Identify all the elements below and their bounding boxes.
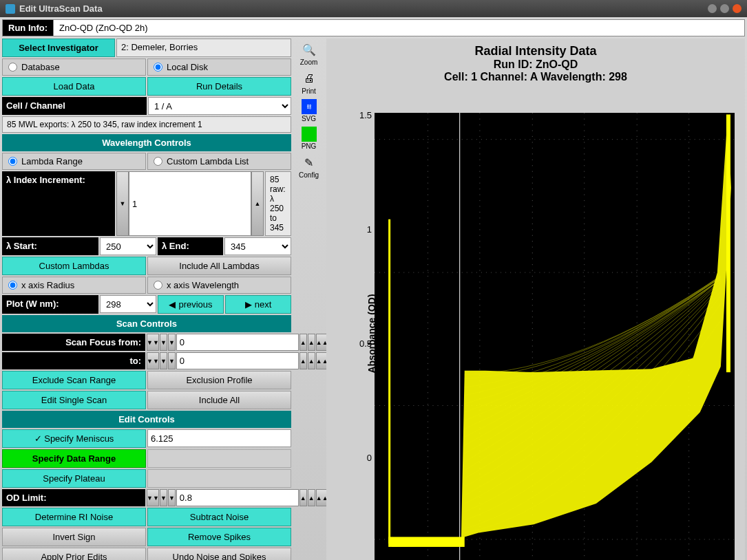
config-tool[interactable]: ✎Config <box>295 153 323 180</box>
zoom-icon: 🔍 <box>301 41 317 58</box>
scan-to-bigdown[interactable]: ▼▼ <box>147 352 159 369</box>
arrow-left-icon: ◀ <box>169 299 176 310</box>
scan-from-down[interactable]: ▼ <box>168 334 176 351</box>
localdisk-radio[interactable]: Local Disk <box>147 58 291 76</box>
ytick: 0 <box>355 453 372 463</box>
png-label: PNG <box>302 142 317 150</box>
lambda-start-select[interactable]: 250 <box>100 237 156 255</box>
lambda-end-label: λ End: <box>158 237 223 255</box>
meniscus-input[interactable] <box>147 429 291 447</box>
plot-area: Radial Intensity Data Run ID: ZnO-QD Cel… <box>326 39 745 560</box>
runinfo-value: ZnO-QD (ZnO-QD 2h) <box>54 19 745 36</box>
lambda-index-input[interactable] <box>129 171 251 236</box>
include-all-lambdas-button[interactable]: Include All Lambdas <box>147 257 291 275</box>
svg-rect-11 <box>388 537 465 547</box>
scan-to-input[interactable] <box>176 352 299 369</box>
print-icon: 🖨 <box>301 70 317 87</box>
database-radio[interactable]: Database <box>2 58 146 76</box>
determine-ri-noise-button[interactable]: Determine RI Noise <box>2 508 146 526</box>
svg-label: SVG <box>302 115 316 122</box>
xaxis-radius-radio[interactable]: x axis Radius <box>2 277 146 294</box>
plot-subtitle-1: Run ID: ZnO-QD <box>326 58 745 71</box>
close-window-button[interactable] <box>733 4 741 13</box>
lambda-index-info: 85 raw: λ 250 to 345 <box>265 171 291 236</box>
cell-channel-label: Cell / Channel <box>2 97 147 115</box>
scan-to-down2[interactable]: ▼ <box>160 352 167 369</box>
lambda-range-radio[interactable]: Lambda Range <box>2 153 146 170</box>
od-bigdown[interactable]: ▼▼ <box>147 489 159 506</box>
custom-lambdas-button[interactable]: Custom Lambdas <box>2 257 146 275</box>
lambda-index-label: λ Index Increment: <box>2 171 115 236</box>
select-investigator-button[interactable]: Select Investigator <box>2 39 115 57</box>
exclude-scan-range-button[interactable]: Exclude Scan Range <box>2 371 146 389</box>
print-tool[interactable]: 🖨Print <box>295 69 323 96</box>
plot-toolbar: 🔍Zoom 🖨Print ⛓SVG PNG ✎Config <box>293 39 324 560</box>
scan-from-label: Scan Focus from: <box>2 334 145 351</box>
plateau-display <box>147 469 291 488</box>
scan-from-bigdown[interactable]: ▼▼ <box>147 334 159 351</box>
od-down[interactable]: ▼ <box>168 489 176 506</box>
config-label: Config <box>299 171 319 179</box>
xaxis-wavelength-label: x axis Wavelength <box>167 280 239 290</box>
minimize-button[interactable] <box>708 4 717 13</box>
config-icon: ✎ <box>301 154 317 171</box>
lambda-start-label: λ Start: <box>2 237 98 255</box>
scan-to-label: to: <box>2 352 145 369</box>
lambda-index-up[interactable]: ▲ <box>251 171 264 236</box>
edit-single-scan-button[interactable]: Edit Single Scan <box>2 391 146 409</box>
svg-icon: ⛓ <box>302 99 317 114</box>
specify-meniscus-button[interactable]: ✓ Specify Meniscus <box>2 429 146 448</box>
previous-label: previous <box>178 299 212 310</box>
ytick: 1 <box>355 224 372 235</box>
undo-noise-spikes-button[interactable]: Undo Noise and Spikes <box>147 548 291 560</box>
mwl-export-text: 85 MWL exports: λ 250 to 345, raw index … <box>2 116 291 133</box>
remove-spikes-button[interactable]: Remove Spikes <box>147 528 291 546</box>
svg-tool[interactable]: ⛓SVG <box>295 98 323 124</box>
plot-subtitle-2: Cell: 1 Channel: A Wavelength: 298 <box>326 71 745 83</box>
next-button[interactable]: ▶next <box>225 295 291 314</box>
localdisk-radio-label: Local Disk <box>167 62 208 72</box>
edit-controls-header: Edit Controls <box>2 411 291 428</box>
scan-controls-header: Scan Controls <box>2 315 291 332</box>
lambda-index-down[interactable]: ▼ <box>116 171 129 236</box>
run-details-button[interactable]: Run Details <box>147 77 291 96</box>
zoom-tool[interactable]: 🔍Zoom <box>295 40 323 67</box>
print-label: Print <box>302 87 316 95</box>
xaxis-wavelength-radio[interactable]: x axis Wavelength <box>147 277 291 294</box>
png-tool[interactable]: PNG <box>295 125 323 151</box>
apply-prior-edits-button[interactable]: Apply Prior Edits <box>2 548 146 560</box>
include-all-button[interactable]: Include All <box>147 391 291 409</box>
titlebar: Edit UltraScan Data <box>0 0 747 17</box>
maximize-button[interactable] <box>720 4 729 13</box>
app-icon <box>6 4 15 14</box>
plot-title: Radial Intensity Data <box>326 39 745 58</box>
plot-wnm-label: Plot (W nm): <box>2 295 98 314</box>
cell-channel-select[interactable]: 1 / A <box>148 97 291 115</box>
lambda-range-label: Lambda Range <box>21 156 83 166</box>
scan-from-input[interactable] <box>176 334 299 351</box>
plot-wnm-select[interactable]: 298 <box>100 295 156 313</box>
scan-from-down2[interactable]: ▼ <box>160 334 167 351</box>
arrow-right-icon: ▶ <box>245 299 252 310</box>
chart-canvas[interactable] <box>375 113 735 560</box>
png-icon <box>302 127 317 142</box>
od-limit-input[interactable] <box>176 489 299 506</box>
od-down2[interactable]: ▼ <box>160 489 167 506</box>
specify-plateau-button[interactable]: Specify Plateau <box>2 469 146 488</box>
wavelength-controls-header: Wavelength Controls <box>2 134 291 151</box>
od-limit-label: OD Limit: <box>2 489 145 506</box>
ytick: 0.5 <box>355 338 372 349</box>
zoom-label: Zoom <box>300 58 318 66</box>
load-data-button[interactable]: Load Data <box>2 77 146 96</box>
database-radio-label: Database <box>21 62 60 72</box>
subtract-noise-button[interactable]: Subtract Noise <box>147 508 291 526</box>
scan-to-down[interactable]: ▼ <box>168 352 176 369</box>
exclusion-profile-button[interactable]: Exclusion Profile <box>147 371 291 389</box>
custom-lambda-radio[interactable]: Custom Lambda List <box>147 153 291 170</box>
lambda-end-select[interactable]: 345 <box>224 237 291 255</box>
specify-data-range-button[interactable]: Specify Data Range <box>2 449 146 468</box>
invert-sign-button[interactable]: Invert Sign <box>2 528 146 546</box>
svg-rect-12 <box>726 114 730 372</box>
previous-button[interactable]: ◀previous <box>158 295 224 314</box>
xaxis-radius-label: x axis Radius <box>21 280 74 290</box>
